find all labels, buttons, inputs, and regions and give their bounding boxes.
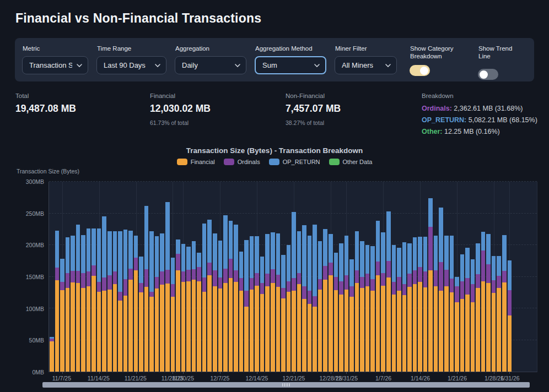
stacked-bar-12/23/25[interactable] xyxy=(302,182,306,372)
stacked-bar-11/12/25[interactable] xyxy=(87,182,91,372)
stacked-bar-11/7/25[interactable] xyxy=(60,182,64,372)
stacked-bar-12/31/25[interactable] xyxy=(345,182,349,372)
legend-item-op_return[interactable]: OP_RETURN xyxy=(269,159,320,165)
stacked-bar-1/28/26[interactable] xyxy=(492,182,496,372)
stacked-bar-1/21/26[interactable] xyxy=(455,182,459,372)
stacked-bar-1/20/26[interactable] xyxy=(450,182,454,372)
stacked-bar-12/10/25[interactable] xyxy=(234,182,238,372)
trend-line-toggle[interactable] xyxy=(478,69,498,80)
stacked-bar-12/18/25[interactable] xyxy=(276,182,281,372)
stacked-bar-12/11/25[interactable] xyxy=(239,182,244,372)
stacked-bar-12/13/25[interactable] xyxy=(250,182,254,372)
stacked-bar-12/30/25[interactable] xyxy=(339,182,343,372)
stacked-bar-11/9/25[interactable] xyxy=(71,182,75,372)
stacked-bar-11/18/25[interactable] xyxy=(118,182,122,372)
legend-item-ordinals[interactable]: Ordinals xyxy=(224,159,260,165)
stacked-bar-11/16/25[interactable] xyxy=(107,182,112,372)
stacked-bar-11/24/25[interactable] xyxy=(149,182,154,372)
stacked-bar-11/28/25[interactable] xyxy=(171,182,175,372)
stacked-bar-1/10/26[interactable] xyxy=(397,182,401,372)
stacked-bar-1/13/26[interactable] xyxy=(413,182,417,372)
metric-select[interactable]: Transaction Siz xyxy=(22,56,88,74)
scrollbar-grip-icon[interactable] xyxy=(282,383,290,386)
stacked-bar-12/20/25[interactable] xyxy=(287,182,291,372)
stacked-bar-1/19/26[interactable] xyxy=(444,182,449,372)
stacked-bar-1/5/26[interactable] xyxy=(370,182,375,372)
stacked-bar-12/4/25[interactable] xyxy=(202,182,207,372)
stacked-bar-11/23/25[interactable] xyxy=(144,182,149,372)
stacked-bar-1/14/26[interactable] xyxy=(418,182,422,372)
stacked-bar-11/11/25[interactable] xyxy=(81,182,85,372)
stacked-bar-11/6/25[interactable] xyxy=(55,182,60,372)
stacked-bar-1/15/26[interactable] xyxy=(423,182,428,372)
stacked-bar-11/29/25[interactable] xyxy=(176,182,180,372)
stacked-bar-11/13/25[interactable] xyxy=(92,182,96,372)
stacked-bar-12/22/25[interactable] xyxy=(297,182,302,372)
stacked-bar-1/18/26[interactable] xyxy=(439,182,443,372)
stacked-bar-12/17/25[interactable] xyxy=(271,182,275,372)
stacked-bar-12/15/25[interactable] xyxy=(260,182,265,372)
stacked-bar-1/3/26[interactable] xyxy=(360,182,364,372)
stacked-bar-12/6/25[interactable] xyxy=(213,182,217,372)
stacked-bar-11/15/25[interactable] xyxy=(102,182,106,372)
stacked-bar-12/16/25[interactable] xyxy=(265,182,270,372)
legend-item-financial[interactable]: Financial xyxy=(177,159,215,165)
stacked-bar-11/27/25[interactable] xyxy=(165,182,170,372)
stacked-bar-12/9/25[interactable] xyxy=(229,182,233,372)
stacked-bar-1/8/26[interactable] xyxy=(386,182,391,372)
stacked-bar-1/25/26[interactable] xyxy=(476,182,480,372)
aggregation-method-select[interactable]: Sum xyxy=(255,56,326,74)
stacked-bar-1/24/26[interactable] xyxy=(471,182,475,372)
miner-filter-select[interactable]: All Miners xyxy=(335,56,397,74)
stacked-bar-12/7/25[interactable] xyxy=(218,182,223,372)
stacked-bar-12/3/25[interactable] xyxy=(197,182,201,372)
stacked-bar-12/12/25[interactable] xyxy=(244,182,249,372)
stacked-bar-1/23/26[interactable] xyxy=(465,182,470,372)
stacked-bar-11/20/25[interactable] xyxy=(128,182,133,372)
stacked-bar-1/11/26[interactable] xyxy=(402,182,407,372)
chart-scrollbar[interactable] xyxy=(42,382,530,388)
stacked-bar-1/2/26[interactable] xyxy=(355,182,359,372)
category-breakdown-toggle[interactable] xyxy=(410,65,430,76)
stacked-bar-11/26/25[interactable] xyxy=(160,182,164,372)
stacked-bar-1/17/26[interactable] xyxy=(434,182,438,372)
stacked-bar-12/28/25[interactable] xyxy=(329,182,333,372)
stacked-bar-12/2/25[interactable] xyxy=(192,182,196,372)
stacked-bar-12/29/25[interactable] xyxy=(334,182,338,372)
stacked-bar-11/17/25[interactable] xyxy=(113,182,117,372)
stacked-bar-12/25/25[interactable] xyxy=(313,182,317,372)
stacked-bar-11/22/25[interactable] xyxy=(139,182,143,372)
stacked-bar-1/1/26[interactable] xyxy=(349,182,354,372)
stacked-bar-12/19/25[interactable] xyxy=(281,182,286,372)
stacked-bar-12/26/25[interactable] xyxy=(318,182,322,372)
stacked-bar-12/27/25[interactable] xyxy=(323,182,327,372)
stacked-bar-11/5/25[interactable] xyxy=(50,182,54,372)
stacked-bar-12/14/25[interactable] xyxy=(255,182,259,372)
stacked-bar-12/24/25[interactable] xyxy=(308,182,312,372)
stacked-bar-1/6/26[interactable] xyxy=(376,182,380,372)
stacked-bar-12/5/25[interactable] xyxy=(207,182,212,372)
stacked-bar-11/19/25[interactable] xyxy=(123,182,128,372)
legend-item-other-data[interactable]: Other Data xyxy=(329,159,373,165)
stacked-bar-12/1/25[interactable] xyxy=(186,182,191,372)
aggregation-select[interactable]: Daily xyxy=(175,56,246,74)
stacked-bar-1/27/26[interactable] xyxy=(486,182,491,372)
stacked-bar-1/4/26[interactable] xyxy=(365,182,370,372)
stacked-bar-11/8/25[interactable] xyxy=(66,182,70,372)
stacked-bar-11/25/25[interactable] xyxy=(155,182,159,372)
stacked-bar-1/29/26[interactable] xyxy=(497,182,501,372)
stacked-bar-1/30/26[interactable] xyxy=(502,182,507,372)
stacked-bar-1/22/26[interactable] xyxy=(460,182,465,372)
stacked-bar-11/21/25[interactable] xyxy=(134,182,138,372)
time-range-select[interactable]: Last 90 Days xyxy=(96,56,166,74)
stacked-bar-1/16/26[interactable] xyxy=(428,182,433,372)
stacked-bar-1/31/26[interactable] xyxy=(508,182,512,372)
stacked-bar-1/9/26[interactable] xyxy=(392,182,396,372)
stacked-bar-1/26/26[interactable] xyxy=(481,182,486,372)
stacked-bar-1/12/26[interactable] xyxy=(407,182,412,372)
stacked-bar-11/10/25[interactable] xyxy=(76,182,80,372)
stacked-bar-12/8/25[interactable] xyxy=(223,182,228,372)
stacked-bar-11/14/25[interactable] xyxy=(97,182,101,372)
stacked-bar-1/7/26[interactable] xyxy=(381,182,385,372)
stacked-bar-12/21/25[interactable] xyxy=(292,182,296,372)
